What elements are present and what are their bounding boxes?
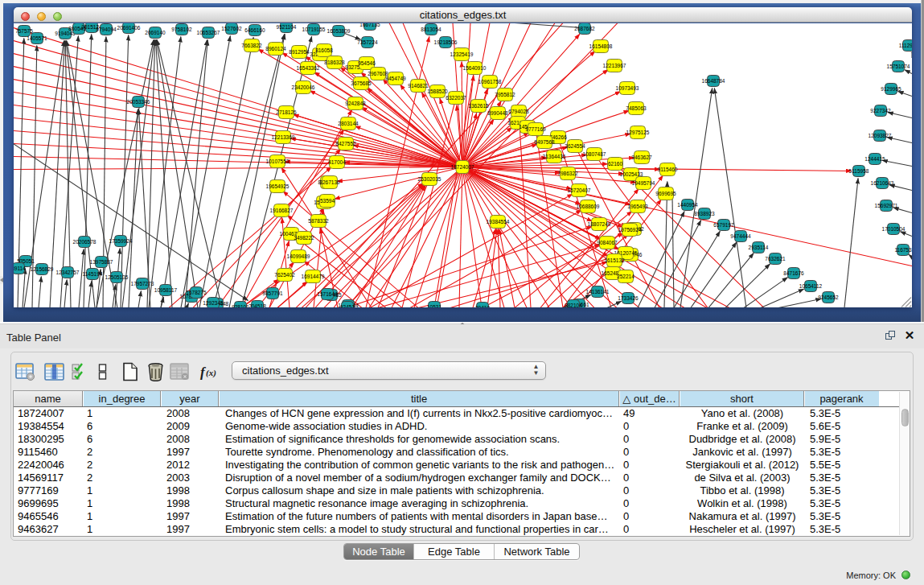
svg-text:10653267: 10653267 (197, 30, 220, 35)
svg-text:7632621: 7632621 (765, 256, 786, 262)
svg-text:7357224: 7357224 (357, 39, 378, 45)
svg-text:20206578: 20206578 (73, 239, 97, 245)
svg-text:7663822: 7663822 (241, 43, 262, 48)
svg-text:6579197: 6579197 (713, 222, 734, 228)
svg-text:9242848: 9242848 (345, 101, 366, 106)
svg-text:15720407: 15720407 (568, 187, 591, 193)
svg-text:7986322: 7986322 (557, 171, 578, 176)
svg-text:10961758: 10961758 (478, 79, 502, 84)
svg-text:39114: 39114 (14, 266, 26, 271)
svg-text:(x): (x) (206, 368, 216, 378)
svg-text:1678275: 1678275 (186, 290, 207, 295)
svg-text:9146821: 9146821 (408, 83, 429, 89)
svg-text:252214: 252214 (617, 274, 634, 279)
svg-text:9227342: 9227342 (870, 108, 891, 113)
svg-text:9084067: 9084067 (597, 240, 618, 245)
svg-text:1667135: 1667135 (359, 23, 380, 27)
svg-text:8912954: 8912954 (289, 49, 310, 55)
svg-text:2935114: 2935114 (749, 245, 769, 250)
svg-text:16053809: 16053809 (327, 28, 351, 34)
svg-text:19495794: 19495794 (632, 180, 655, 186)
svg-text:1362615: 1362615 (468, 103, 489, 109)
svg-text:10958117: 10958117 (154, 287, 178, 293)
svg-text:17957273: 17957273 (131, 281, 154, 286)
svg-text:12505135: 12505135 (105, 274, 129, 280)
svg-text:8186328: 8186328 (324, 60, 345, 65)
svg-text:1405571: 1405571 (27, 35, 47, 41)
svg-text:10025433: 10025433 (620, 171, 643, 177)
svg-text:2687682: 2687682 (574, 26, 595, 31)
svg-text:882104: 882104 (565, 303, 582, 308)
svg-text:21364436: 21364436 (543, 154, 566, 159)
svg-text:12093827: 12093827 (869, 133, 892, 138)
svg-text:13975887: 13975887 (90, 259, 113, 265)
svg-text:1244415: 1244415 (864, 156, 885, 162)
svg-text:9115460: 9115460 (658, 167, 678, 172)
svg-text:116753: 116753 (894, 247, 912, 253)
svg-text:20691406: 20691406 (117, 25, 141, 31)
svg-text:5878332: 5878332 (308, 218, 329, 224)
svg-text:9794094: 9794094 (96, 27, 117, 32)
svg-text:6322037: 6322037 (446, 95, 466, 101)
svg-text:9758102: 9758102 (171, 27, 192, 32)
svg-text:10654112: 10654112 (799, 283, 823, 289)
svg-text:6497568: 6497568 (534, 139, 555, 145)
svg-text:9245652: 9245652 (818, 295, 839, 300)
svg-text:8454749: 8454749 (385, 76, 406, 81)
svg-text:62160: 62160 (608, 161, 622, 167)
svg-text:928101: 928101 (232, 304, 249, 308)
svg-text:1440954: 1440954 (677, 202, 698, 208)
svg-text:10719155: 10719155 (302, 27, 326, 32)
svg-text:12342757: 12342757 (56, 270, 80, 275)
svg-text:8938923: 8938923 (694, 211, 715, 216)
svg-text:10107553: 10107553 (266, 159, 290, 164)
svg-text:19384554: 19384554 (487, 219, 510, 225)
svg-text:19654925: 19654925 (266, 183, 290, 189)
svg-text:12213967: 12213967 (603, 63, 626, 68)
svg-text:9463627: 9463627 (631, 154, 652, 160)
svg-text:1292345: 1292345 (203, 300, 224, 306)
svg-text:954546: 954546 (358, 60, 376, 66)
svg-text:10973493: 10973493 (616, 85, 639, 91)
svg-text:14099489: 14099489 (287, 253, 310, 259)
svg-text:5115958: 5115958 (849, 168, 869, 174)
svg-text:16543362: 16543362 (297, 65, 320, 71)
svg-text:757575: 757575 (15, 28, 33, 34)
svg-text:18807249: 18807249 (588, 221, 611, 227)
svg-text:20419: 20419 (475, 305, 490, 308)
svg-text:816058: 816058 (315, 47, 333, 53)
svg-text:23420046: 23420046 (292, 84, 315, 90)
svg-text:6466160: 6466160 (244, 27, 265, 33)
svg-text:1571644: 1571644 (317, 291, 338, 297)
svg-text:9777169: 9777169 (525, 126, 546, 132)
svg-text:15692971: 15692971 (875, 203, 898, 208)
svg-text:417004: 417004 (328, 159, 346, 165)
svg-text:17359924: 17359924 (109, 238, 133, 244)
svg-text:16648784: 16648784 (702, 78, 725, 84)
svg-text:92451: 92451 (340, 304, 355, 308)
svg-text:9699695: 9699695 (655, 191, 676, 196)
svg-text:20053346: 20053346 (127, 99, 150, 105)
svg-text:3498222: 3498222 (294, 235, 314, 241)
svg-text:9521104: 9521104 (277, 24, 297, 30)
svg-text:12975125: 12975125 (626, 130, 650, 135)
svg-text:18724007: 18724007 (451, 164, 474, 170)
svg-text:10531: 10531 (427, 304, 441, 308)
svg-text:10688609: 10688609 (577, 204, 600, 209)
svg-text:1145194: 1145194 (83, 271, 103, 277)
svg-text:1527602: 1527602 (221, 26, 242, 31)
svg-text:8427552: 8427552 (335, 141, 356, 146)
svg-text:1615132: 1615132 (604, 257, 625, 263)
svg-text:15640910: 15640910 (463, 65, 487, 71)
svg-text:9857791: 9857791 (262, 290, 283, 296)
svg-text:10807487: 10807487 (583, 151, 606, 157)
svg-text:16914479: 16914479 (302, 274, 325, 279)
svg-text:9129965: 9129965 (881, 86, 901, 92)
svg-text:2069140: 2069140 (145, 30, 166, 35)
svg-text:1733426: 1733426 (618, 295, 639, 301)
svg-text:9474444: 9474444 (730, 233, 751, 239)
svg-text:25302035: 25302035 (418, 176, 441, 182)
svg-text:12325419: 12325419 (450, 51, 474, 57)
svg-text:3624554: 3624554 (565, 143, 585, 149)
svg-text:3675685: 3675685 (351, 80, 372, 86)
